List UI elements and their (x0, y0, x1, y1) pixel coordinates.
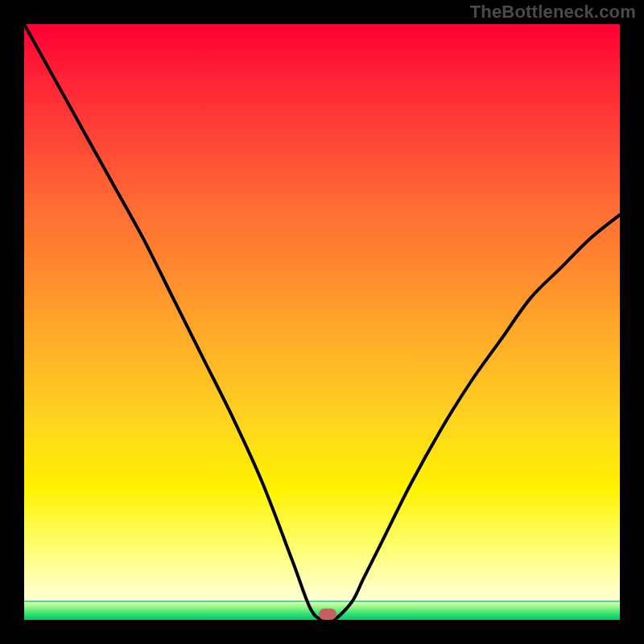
plot-area (24, 24, 620, 620)
optimal-point-marker (319, 609, 336, 620)
bottleneck-curve (24, 24, 620, 620)
chart-frame: TheBottleneck.com (0, 0, 644, 644)
watermark-text: TheBottleneck.com (470, 2, 636, 23)
